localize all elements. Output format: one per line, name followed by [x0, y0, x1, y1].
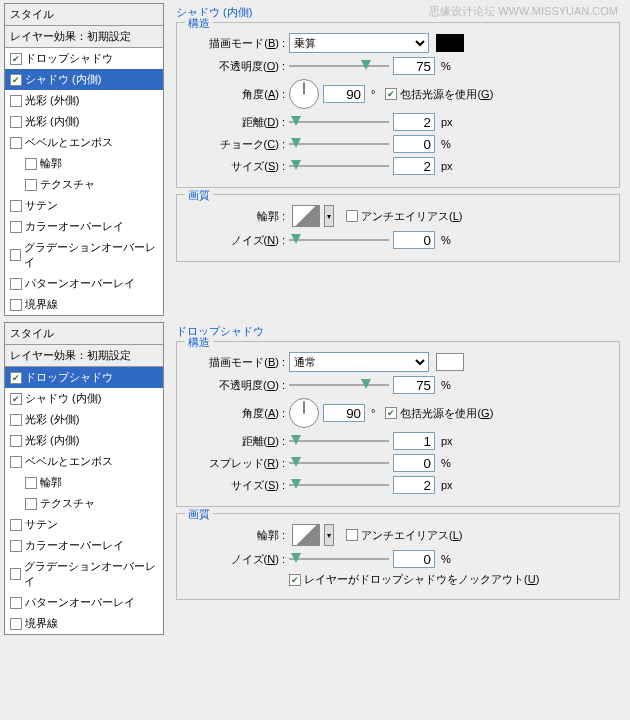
slider[interactable] [289, 477, 389, 493]
style-item-outer-glow[interactable]: 光彩 (外側) [5, 409, 163, 430]
checkbox-icon[interactable] [10, 414, 22, 426]
slider[interactable] [289, 377, 389, 393]
contour-preview[interactable] [292, 524, 320, 546]
checkbox-icon[interactable]: ✔ [10, 53, 22, 65]
style-item-bevel[interactable]: ベベルとエンボス [5, 451, 163, 472]
number-input[interactable] [393, 57, 435, 75]
chevron-down-icon[interactable]: ▾ [324, 524, 334, 546]
style-item-inner-glow[interactable]: 光彩 (内側) [5, 111, 163, 132]
number-input[interactable] [393, 476, 435, 494]
angle-dial[interactable] [289, 79, 319, 109]
checkbox-icon[interactable]: ✔ [10, 74, 22, 86]
number-input[interactable] [393, 135, 435, 153]
style-item-inner-glow[interactable]: 光彩 (内側) [5, 430, 163, 451]
style-item-contour[interactable]: 輪郭 [5, 153, 163, 174]
checkbox-icon[interactable] [25, 498, 37, 510]
blend-mode-select[interactable]: 乗算 [289, 33, 429, 53]
field-label: 角度(A) : [185, 87, 285, 102]
style-item-inner-shadow[interactable]: ✔シャドウ (内側) [5, 388, 163, 409]
style-item-drop-shadow[interactable]: ✔ドロップシャドウ [5, 367, 163, 388]
slider[interactable] [289, 114, 389, 130]
checkbox-icon[interactable] [10, 540, 22, 552]
style-item-bevel[interactable]: ベベルとエンボス [5, 132, 163, 153]
angle-dial[interactable] [289, 398, 319, 428]
checkbox-icon[interactable] [10, 519, 22, 531]
slider[interactable] [289, 232, 389, 248]
style-item-satin[interactable]: サテン [5, 195, 163, 216]
checkbox-icon[interactable]: ✔ [10, 372, 22, 384]
number-input[interactable] [393, 113, 435, 131]
checkbox-icon[interactable] [10, 618, 22, 630]
blend-mode-select[interactable]: 通常 [289, 352, 429, 372]
color-swatch[interactable] [436, 353, 464, 371]
number-input[interactable] [393, 550, 435, 568]
slider[interactable] [289, 551, 389, 567]
checkbox-icon[interactable] [25, 477, 37, 489]
style-item-texture[interactable]: テクスチャ [5, 174, 163, 195]
field-label: ノイズ(N) : [185, 233, 285, 248]
checkbox-icon[interactable] [10, 95, 22, 107]
slider[interactable] [289, 433, 389, 449]
slider[interactable] [289, 136, 389, 152]
checkbox-icon[interactable] [25, 158, 37, 170]
section-title: シャドウ (内側) [176, 5, 620, 20]
style-item-texture[interactable]: テクスチャ [5, 493, 163, 514]
number-input[interactable] [393, 454, 435, 472]
styles-subheader[interactable]: レイヤー効果：初期設定 [5, 26, 163, 48]
style-item-color-ov[interactable]: カラーオーバーレイ [5, 535, 163, 556]
style-item-patt-ov[interactable]: パターンオーバーレイ [5, 592, 163, 613]
slider[interactable] [289, 58, 389, 74]
styles-header[interactable]: スタイル [5, 323, 163, 345]
checkbox-icon[interactable] [25, 179, 37, 191]
style-label: グラデーションオーバーレイ [24, 559, 158, 589]
number-input[interactable] [393, 231, 435, 249]
style-item-stroke[interactable]: 境界線 [5, 613, 163, 634]
styles-subheader[interactable]: レイヤー効果：初期設定 [5, 345, 163, 367]
style-item-outer-glow[interactable]: 光彩 (外側) [5, 90, 163, 111]
style-item-color-ov[interactable]: カラーオーバーレイ [5, 216, 163, 237]
number-input[interactable] [323, 85, 365, 103]
style-item-patt-ov[interactable]: パターンオーバーレイ [5, 273, 163, 294]
number-input[interactable] [393, 432, 435, 450]
color-swatch[interactable] [436, 34, 464, 52]
styles-header[interactable]: スタイル [5, 4, 163, 26]
style-item-inner-shadow[interactable]: ✔シャドウ (内側) [5, 69, 163, 90]
style-label: テクスチャ [40, 496, 95, 511]
style-item-stroke[interactable]: 境界線 [5, 294, 163, 315]
checkbox-icon[interactable] [10, 597, 22, 609]
number-input[interactable] [393, 376, 435, 394]
checkbox-icon[interactable] [10, 200, 22, 212]
checkbox-icon[interactable] [10, 278, 22, 290]
checkbox-icon[interactable] [10, 456, 22, 468]
style-item-satin[interactable]: サテン [5, 514, 163, 535]
style-item-grad-ov[interactable]: グラデーションオーバーレイ [5, 556, 163, 592]
style-item-grad-ov[interactable]: グラデーションオーバーレイ [5, 237, 163, 273]
chevron-down-icon[interactable]: ▾ [324, 205, 334, 227]
number-input[interactable] [323, 404, 365, 422]
checkbox-icon[interactable] [10, 137, 22, 149]
checkbox-icon[interactable] [10, 435, 22, 447]
checkbox-icon[interactable] [10, 299, 22, 311]
structure-group: 構造 描画モード(B) :通常 不透明度(O) :% 角度(A) :°✔包括光源… [176, 341, 620, 507]
slider[interactable] [289, 158, 389, 174]
knockout-checkbox[interactable]: ✔レイヤーがドロップシャドウをノックアウト(U) [289, 572, 539, 587]
slider[interactable] [289, 455, 389, 471]
checkbox-icon[interactable] [10, 249, 21, 261]
global-light-checkbox[interactable]: ✔包括光源を使用(G) [385, 87, 493, 102]
contour-preview[interactable] [292, 205, 320, 227]
structure-group: 構造 描画モード(B) :乗算 不透明度(O) :% 角度(A) :°✔包括光源… [176, 22, 620, 188]
number-input[interactable] [393, 157, 435, 175]
antialias-checkbox[interactable]: アンチエイリアス(L) [346, 209, 462, 224]
field-label: 輪郭 : [185, 209, 285, 224]
style-item-contour[interactable]: 輪郭 [5, 472, 163, 493]
antialias-checkbox[interactable]: アンチエイリアス(L) [346, 528, 462, 543]
checkbox-icon[interactable] [10, 568, 21, 580]
style-label: カラーオーバーレイ [25, 219, 124, 234]
checkbox-icon[interactable]: ✔ [10, 393, 22, 405]
checkbox-icon[interactable] [10, 116, 22, 128]
checkbox-icon[interactable] [10, 221, 22, 233]
style-item-drop-shadow[interactable]: ✔ドロップシャドウ [5, 48, 163, 69]
field-label: チョーク(C) : [185, 137, 285, 152]
global-light-checkbox[interactable]: ✔包括光源を使用(G) [385, 406, 493, 421]
style-label: パターンオーバーレイ [25, 595, 135, 610]
